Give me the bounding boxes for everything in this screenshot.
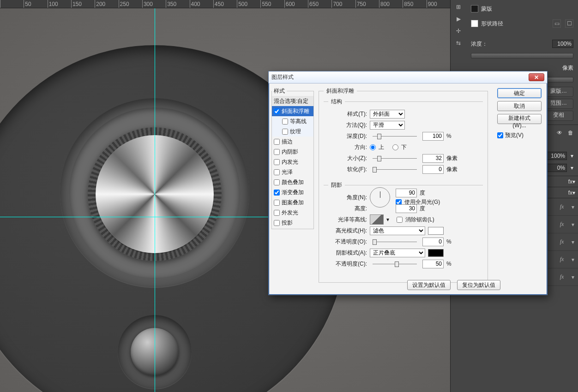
fill-caret-icon[interactable]: ▾ <box>571 165 573 171</box>
chevron-down-icon[interactable]: ▾ <box>572 190 575 196</box>
chevron-down-icon[interactable]: ▾ <box>572 178 575 185</box>
make-default-button[interactable]: 设置为默认值 <box>407 280 451 290</box>
bevel-style-select[interactable]: 外斜面 <box>370 110 405 119</box>
antialias-label: 消除锯齿(L) <box>405 216 434 224</box>
depth-input[interactable] <box>422 132 444 141</box>
structure-legend: 结构 <box>328 98 345 106</box>
fx-badge[interactable]: fx <box>557 221 567 228</box>
contour-checkbox[interactable] <box>282 119 288 125</box>
opacity-caret-icon[interactable]: ▾ <box>571 153 573 159</box>
contour-caret-icon[interactable]: ▾ <box>386 216 389 223</box>
layer-opacity-value[interactable]: 100% <box>546 152 567 160</box>
satin-checkbox[interactable] <box>274 169 280 175</box>
patternoverlay-checkbox[interactable] <box>274 200 280 206</box>
depth-slider[interactable] <box>373 135 417 137</box>
shadow-opacity-slider[interactable] <box>373 262 417 265</box>
antialias-checkbox[interactable] <box>397 217 403 223</box>
settings-area: 斜面和浮雕 结构 样式(T): 外斜面 方法(Q): 平滑 深度(D): % 方… <box>315 83 492 295</box>
style-outer-glow[interactable]: 外发光 <box>272 208 313 218</box>
preview-checkbox[interactable] <box>497 132 503 138</box>
eye-header-icon[interactable]: 👁 <box>557 130 562 136</box>
ok-button[interactable]: 确定 <box>497 88 542 98</box>
gloss-contour-label: 光泽等高线: <box>328 216 367 224</box>
shadow-color-well[interactable] <box>428 249 444 257</box>
style-inner-shadow[interactable]: 内阴影 <box>272 147 313 157</box>
innershadow-checkbox[interactable] <box>274 149 280 155</box>
direction-up-radio[interactable] <box>370 144 376 150</box>
style-color-overlay[interactable]: 颜色叠加 <box>272 177 313 187</box>
style-texture[interactable]: 纹理 <box>272 126 313 137</box>
density-label: 浓度： <box>471 40 488 48</box>
style-gradient-overlay[interactable]: 渐变叠加 <box>272 187 313 197</box>
style-inner-glow[interactable]: 内发光 <box>272 157 313 167</box>
close-icon[interactable]: ✕ <box>529 73 544 81</box>
reset-default-button[interactable]: 复位为默认值 <box>457 280 500 290</box>
chevron-down-icon[interactable]: ▾ <box>572 221 578 228</box>
bevel-checkbox[interactable] <box>274 108 280 114</box>
shadow-mode-select[interactable]: 正片叠底 <box>370 249 425 257</box>
density-value[interactable]: 100% <box>552 40 573 48</box>
innerglow-checkbox[interactable] <box>274 159 280 165</box>
dialog-titlebar[interactable]: 图层样式 ✕ <box>269 71 547 83</box>
direction-down-radio[interactable] <box>392 144 398 150</box>
chevron-down-icon[interactable]: ▾ <box>572 239 578 245</box>
angle-unit: 度 <box>420 189 425 197</box>
trash-header-icon[interactable]: 🗑 <box>568 130 573 136</box>
select-mask-icon[interactable]: ☐ <box>565 19 573 28</box>
guide-vertical[interactable] <box>155 8 155 392</box>
masks-label: 蒙版 <box>481 5 492 13</box>
style-pattern-overlay[interactable]: 图案叠加 <box>272 197 313 208</box>
chevron-down-icon[interactable]: ▾ <box>572 256 578 263</box>
style-satin[interactable]: 光泽 <box>272 167 313 177</box>
coloroverlay-checkbox[interactable] <box>274 179 280 185</box>
highlight-opacity-label: 不透明度(O): <box>328 238 367 246</box>
highlight-opacity-slider[interactable] <box>373 240 417 243</box>
style-contour[interactable]: 等高线 <box>272 116 313 126</box>
style-bevel-emboss[interactable]: 斜面和浮雕 <box>272 106 313 116</box>
layer-fill-value[interactable]: 0% <box>546 164 567 172</box>
dropshadow-checkbox[interactable] <box>274 220 280 226</box>
cancel-button[interactable]: 取消 <box>497 101 542 111</box>
shadow-opacity-label: 不透明度(C): <box>328 260 367 268</box>
highlight-mode-select[interactable]: 滤色 <box>370 226 425 235</box>
style-stroke[interactable]: 描边 <box>272 137 313 147</box>
chevron-down-icon[interactable]: ▾ <box>572 274 578 280</box>
swap-icon[interactable]: ⇆ <box>452 38 464 48</box>
density-slider[interactable] <box>471 53 573 59</box>
size-slider[interactable] <box>373 157 417 160</box>
gloss-contour-picker[interactable] <box>370 214 384 225</box>
play-icon[interactable]: ▶ <box>452 14 464 24</box>
angle-input[interactable] <box>396 189 417 197</box>
chevron-down-icon[interactable]: ▾ <box>572 204 578 210</box>
altitude-label: 高度: <box>328 205 367 213</box>
highlight-color-well[interactable] <box>428 227 444 235</box>
layer-style-dialog: 图层样式 ✕ 样式 混合选项:自定 斜面和浮雕 等高线 纹理 描边 内阴影 内发… <box>268 71 548 295</box>
brush-icon[interactable]: ✢ <box>452 26 464 36</box>
outerglow-checkbox[interactable] <box>274 210 280 216</box>
fx-badge[interactable]: fx <box>568 190 572 196</box>
invert-button[interactable]: 变相 <box>544 111 573 121</box>
soften-input[interactable] <box>422 165 444 174</box>
fx-badge[interactable]: fx <box>557 203 567 210</box>
new-style-button[interactable]: 新建样式(W)... <box>497 114 542 124</box>
highlight-opacity-input[interactable] <box>422 238 444 246</box>
style-blend-options[interactable]: 混合选项:自定 <box>272 96 313 106</box>
add-mask-icon[interactable]: ▭ <box>553 19 561 28</box>
fx-badge[interactable]: fx <box>557 273 567 280</box>
color-range-button[interactable]: 范围… <box>544 99 573 109</box>
soften-slider[interactable] <box>373 168 417 171</box>
gradoverlay-checkbox[interactable] <box>274 190 280 196</box>
fx-badge[interactable]: fx <box>557 256 567 263</box>
shadow-opacity-input[interactable] <box>422 260 444 268</box>
fx-badge[interactable]: fx <box>568 178 572 185</box>
style-drop-shadow[interactable]: 投影 <box>272 218 313 228</box>
stroke-checkbox[interactable] <box>274 139 280 145</box>
angle-dial[interactable] <box>370 187 390 208</box>
size-input[interactable] <box>422 154 444 163</box>
dock-icon-a[interactable]: ⊞ <box>452 2 464 12</box>
mask-edge-button[interactable]: 蒙版… <box>544 87 573 97</box>
bevel-technique-select[interactable]: 平滑 <box>370 121 405 130</box>
texture-checkbox[interactable] <box>282 129 288 135</box>
fx-badge[interactable]: fx <box>557 238 567 245</box>
altitude-input[interactable] <box>396 204 417 213</box>
